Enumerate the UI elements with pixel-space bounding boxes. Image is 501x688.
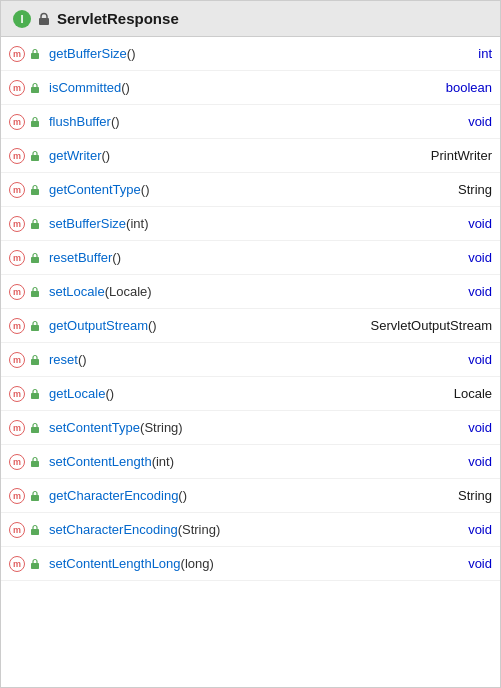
method-badge: m bbox=[9, 386, 25, 402]
access-icon bbox=[29, 353, 43, 367]
list-item[interactable]: m setCharacterEncoding (String)void bbox=[1, 513, 500, 547]
svg-rect-14 bbox=[31, 495, 39, 501]
list-item[interactable]: m getContentType ()String bbox=[1, 173, 500, 207]
list-item[interactable]: m isCommitted ()boolean bbox=[1, 71, 500, 105]
access-icon bbox=[29, 421, 43, 435]
access-icon bbox=[29, 319, 43, 333]
list-item[interactable]: m setLocale(Locale)void bbox=[1, 275, 500, 309]
return-type: void bbox=[468, 284, 492, 299]
access-icon bbox=[29, 455, 43, 469]
method-name: isCommitted bbox=[49, 80, 121, 95]
method-badge: m bbox=[9, 352, 25, 368]
method-badge: m bbox=[9, 216, 25, 232]
method-name: setContentLength bbox=[49, 454, 152, 469]
return-type: ServletOutputStream bbox=[371, 318, 492, 333]
header-title: ServletResponse bbox=[57, 10, 179, 27]
svg-rect-10 bbox=[31, 359, 39, 365]
access-icon bbox=[29, 251, 43, 265]
method-params: () bbox=[148, 318, 157, 333]
main-container: I ServletResponse m getBufferSize ()intm… bbox=[0, 0, 501, 688]
method-name: getBufferSize bbox=[49, 46, 127, 61]
method-name: flushBuffer bbox=[49, 114, 111, 129]
list-item[interactable]: m getWriter ()PrintWriter bbox=[1, 139, 500, 173]
method-params: () bbox=[105, 386, 114, 401]
svg-rect-4 bbox=[31, 155, 39, 161]
svg-rect-5 bbox=[31, 189, 39, 195]
access-icon bbox=[29, 489, 43, 503]
methods-list: m getBufferSize ()intm isCommitted ()boo… bbox=[1, 37, 500, 687]
lock-icon bbox=[37, 12, 51, 26]
method-params: () bbox=[111, 114, 120, 129]
method-params: () bbox=[102, 148, 111, 163]
svg-rect-1 bbox=[31, 53, 39, 59]
list-item[interactable]: m flushBuffer()void bbox=[1, 105, 500, 139]
access-icon bbox=[29, 387, 43, 401]
method-name: setCharacterEncoding bbox=[49, 522, 178, 537]
return-type: void bbox=[468, 556, 492, 571]
method-name: setLocale bbox=[49, 284, 105, 299]
svg-rect-11 bbox=[31, 393, 39, 399]
list-item[interactable]: m getCharacterEncoding ()String bbox=[1, 479, 500, 513]
header: I ServletResponse bbox=[1, 1, 500, 37]
list-item[interactable]: m reset()void bbox=[1, 343, 500, 377]
access-icon bbox=[29, 557, 43, 571]
list-item[interactable]: m setBufferSize(int)void bbox=[1, 207, 500, 241]
method-params: (long) bbox=[181, 556, 214, 571]
return-type: Locale bbox=[454, 386, 492, 401]
return-type: boolean bbox=[446, 80, 492, 95]
access-icon bbox=[29, 47, 43, 61]
svg-rect-16 bbox=[31, 563, 39, 569]
method-badge: m bbox=[9, 284, 25, 300]
method-name: reset bbox=[49, 352, 78, 367]
method-badge: m bbox=[9, 420, 25, 436]
method-name: getCharacterEncoding bbox=[49, 488, 178, 503]
svg-rect-12 bbox=[31, 427, 39, 433]
svg-rect-7 bbox=[31, 257, 39, 263]
svg-rect-15 bbox=[31, 529, 39, 535]
return-type: String bbox=[458, 182, 492, 197]
svg-rect-8 bbox=[31, 291, 39, 297]
method-name: getOutputStream bbox=[49, 318, 148, 333]
access-icon bbox=[29, 149, 43, 163]
method-params: (int) bbox=[126, 216, 148, 231]
list-item[interactable]: m setContentType (String)void bbox=[1, 411, 500, 445]
return-type: void bbox=[468, 250, 492, 265]
access-icon bbox=[29, 217, 43, 231]
svg-rect-13 bbox=[31, 461, 39, 467]
method-name: resetBuffer bbox=[49, 250, 112, 265]
list-item[interactable]: m getBufferSize ()int bbox=[1, 37, 500, 71]
method-params: (String) bbox=[140, 420, 183, 435]
svg-rect-0 bbox=[39, 18, 49, 25]
list-item[interactable]: m resetBuffer()void bbox=[1, 241, 500, 275]
return-type: String bbox=[458, 488, 492, 503]
return-type: void bbox=[468, 522, 492, 537]
return-type: int bbox=[478, 46, 492, 61]
method-badge: m bbox=[9, 46, 25, 62]
list-item[interactable]: m getOutputStream () ServletOutputStream bbox=[1, 309, 500, 343]
method-badge: m bbox=[9, 250, 25, 266]
return-type: PrintWriter bbox=[431, 148, 492, 163]
return-type: void bbox=[468, 216, 492, 231]
method-params: () bbox=[178, 488, 187, 503]
list-item[interactable]: m getLocale ()Locale bbox=[1, 377, 500, 411]
method-params: (String) bbox=[178, 522, 221, 537]
method-params: (Locale) bbox=[105, 284, 152, 299]
method-badge: m bbox=[9, 522, 25, 538]
return-type: void bbox=[468, 454, 492, 469]
access-icon bbox=[29, 523, 43, 537]
method-name: setContentLengthLong bbox=[49, 556, 181, 571]
access-icon bbox=[29, 285, 43, 299]
method-badge: m bbox=[9, 318, 25, 334]
method-badge: m bbox=[9, 148, 25, 164]
list-item[interactable]: m setContentLengthLong (long)void bbox=[1, 547, 500, 581]
interface-icon: I bbox=[13, 10, 31, 28]
svg-rect-9 bbox=[31, 325, 39, 331]
method-params: () bbox=[78, 352, 87, 367]
method-badge: m bbox=[9, 556, 25, 572]
access-icon bbox=[29, 183, 43, 197]
method-name: getWriter bbox=[49, 148, 102, 163]
return-type: void bbox=[468, 420, 492, 435]
method-name: getContentType bbox=[49, 182, 141, 197]
list-item[interactable]: m setContentLength (int)void bbox=[1, 445, 500, 479]
method-badge: m bbox=[9, 182, 25, 198]
